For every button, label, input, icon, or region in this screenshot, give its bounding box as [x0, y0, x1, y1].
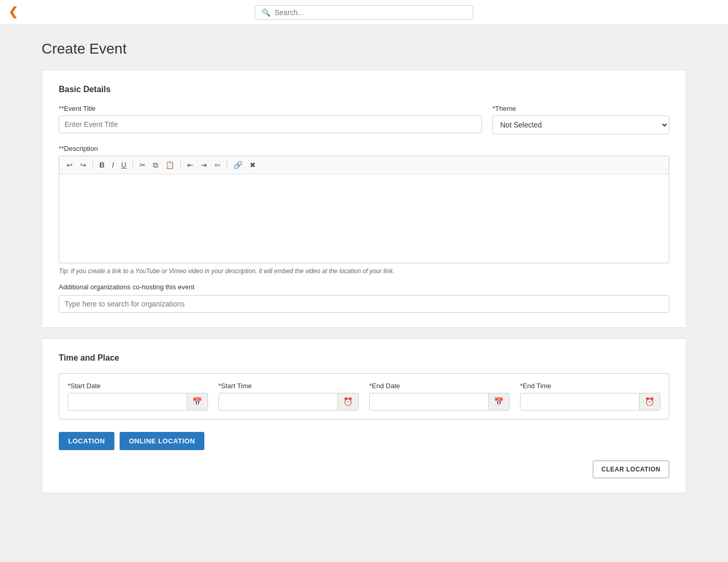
start-date-wrapper: 04 Feb 2025 📅: [68, 393, 208, 411]
event-title-input[interactable]: [59, 116, 482, 133]
end-time-wrapper: 01:00 PM ⏰: [520, 393, 660, 411]
time-place-title: Time and Place: [59, 353, 669, 363]
align-center-button[interactable]: ⇥: [198, 159, 210, 171]
end-time-clock-icon[interactable]: ⏰: [639, 393, 660, 410]
redo-button[interactable]: ↪: [77, 159, 89, 171]
theme-select[interactable]: Not Selected: [492, 116, 669, 134]
editor-body[interactable]: [59, 174, 669, 263]
basic-details-title: Basic Details: [59, 85, 669, 94]
search-input[interactable]: [275, 8, 466, 17]
start-time-group: *Start Time 12:00 PM ⏰: [218, 382, 359, 411]
start-date-input[interactable]: 04 Feb 2025: [68, 393, 187, 410]
cut-button[interactable]: ✂: [136, 159, 149, 171]
start-time-input[interactable]: 12:00 PM: [219, 393, 337, 410]
start-date-group: *Start Date 04 Feb 2025 📅: [68, 382, 208, 411]
start-time-wrapper: 12:00 PM ⏰: [218, 393, 359, 411]
editor-toolbar: ↩ ↪ B I U ✂ ⧉ 📋 ⇤ ⇥ ⇦: [59, 156, 669, 174]
search-container: 🔍: [255, 5, 473, 20]
end-date-group: *End Date 04 Feb 2025 📅: [369, 382, 510, 411]
page-content: Create Event Basic Details **Event Title…: [0, 25, 728, 509]
time-place-card: Time and Place *Start Date 04 Feb 2025 📅…: [42, 338, 686, 493]
end-date-label: *End Date: [369, 382, 510, 390]
start-time-clock-icon[interactable]: ⏰: [337, 393, 358, 410]
align-right-button[interactable]: ⇦: [211, 159, 224, 171]
end-time-label: *End Time: [520, 382, 660, 390]
description-label: **Description: [59, 145, 669, 152]
page-title: Create Event: [42, 41, 686, 57]
header: ❮ 🔍: [0, 0, 728, 25]
datetime-row: *Start Date 04 Feb 2025 📅 *Start Time 12…: [59, 373, 669, 419]
end-date-input[interactable]: 04 Feb 2025: [370, 393, 488, 410]
align-left-button[interactable]: ⇤: [184, 159, 197, 171]
clear-location-button[interactable]: CLEAR LOCATION: [593, 461, 669, 478]
location-button[interactable]: LOCATION: [59, 432, 114, 450]
insert-link-button[interactable]: 🔗: [230, 159, 245, 171]
theme-label: *Theme: [492, 105, 669, 112]
event-title-group: **Event Title: [59, 105, 482, 134]
online-location-button[interactable]: ONLINE LOCATION: [120, 432, 204, 450]
end-date-calendar-icon[interactable]: 📅: [488, 393, 509, 410]
italic-button[interactable]: I: [109, 159, 117, 171]
event-title-label: **Event Title: [59, 105, 482, 112]
search-icon: 🔍: [262, 8, 270, 17]
end-time-input[interactable]: 01:00 PM: [521, 393, 639, 410]
toolbar-divider-2: [133, 160, 133, 170]
rich-text-editor: ↩ ↪ B I U ✂ ⧉ 📋 ⇤ ⇥ ⇦: [59, 156, 669, 263]
toolbar-divider-4: [227, 160, 227, 170]
paste-button[interactable]: 📋: [162, 159, 177, 171]
toolbar-divider-1: [93, 160, 93, 170]
undo-button[interactable]: ↩: [63, 159, 76, 171]
start-date-label: *Start Date: [68, 382, 208, 390]
start-date-calendar-icon[interactable]: 📅: [187, 393, 207, 410]
theme-group: *Theme Not Selected: [492, 105, 669, 134]
location-buttons: LOCATION ONLINE LOCATION: [59, 432, 669, 450]
start-time-label: *Start Time: [218, 382, 359, 390]
org-group: Additional organizations co-hosting this…: [59, 283, 669, 313]
description-group: **Description ↩ ↪ B I U ✂ ⧉ 📋: [59, 145, 669, 275]
org-search-input[interactable]: [59, 295, 669, 313]
editor-tip: Tip: If you create a link to a YouTube o…: [59, 267, 669, 275]
back-button[interactable]: ❮: [8, 5, 18, 19]
clear-location-row: CLEAR LOCATION: [59, 461, 669, 478]
toolbar-divider-3: [180, 160, 181, 170]
end-date-wrapper: 04 Feb 2025 📅: [369, 393, 510, 411]
bold-button[interactable]: B: [96, 159, 108, 171]
event-title-theme-row: **Event Title *Theme Not Selected: [59, 105, 669, 134]
basic-details-card: Basic Details **Event Title *Theme Not S…: [42, 70, 686, 328]
org-label: Additional organizations co-hosting this…: [59, 283, 669, 291]
copy-button[interactable]: ⧉: [150, 159, 161, 171]
end-time-group: *End Time 01:00 PM ⏰: [520, 382, 660, 411]
underline-button[interactable]: U: [118, 159, 129, 171]
remove-link-button[interactable]: ✖: [246, 159, 259, 171]
